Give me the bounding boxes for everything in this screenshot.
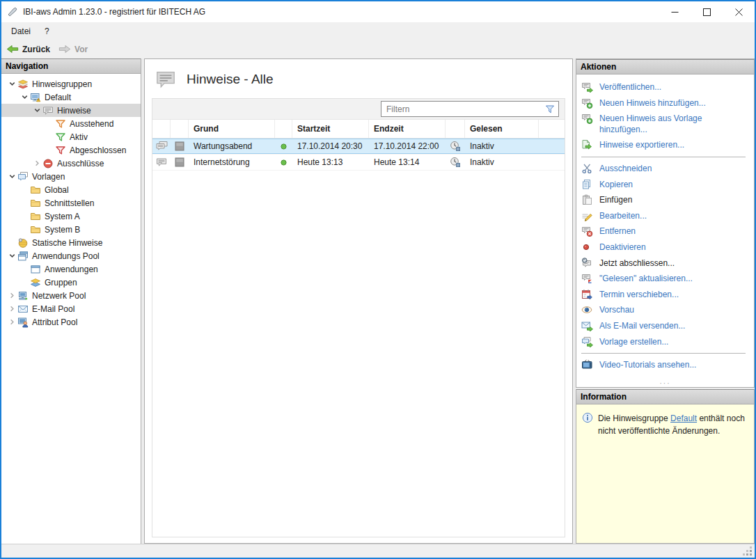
tree-item-label: Ausschlüsse	[57, 159, 104, 168]
sidebar-item-ausschluesse[interactable]: Ausschlüsse	[1, 157, 141, 170]
action-hinweis-aus-vorlage[interactable]: Neuen Hinweis aus Vorlage hinzufügen...	[581, 111, 751, 137]
app-icon	[6, 6, 19, 17]
sidebar-item-netzwerk-pool[interactable]: Netzwerk Pool	[1, 289, 141, 302]
static-package-icon	[17, 237, 29, 249]
column-header-status[interactable]	[275, 120, 292, 138]
default-group-link[interactable]: Default	[670, 414, 697, 423]
cell-grund: Internetstörung	[189, 155, 275, 170]
action-label: Jetzt abschliessen...	[599, 258, 675, 269]
sidebar-item-hinweisgruppen[interactable]: Hinweisgruppen	[1, 77, 141, 90]
chevron-down-icon[interactable]	[7, 171, 17, 182]
send-mail-icon	[581, 320, 593, 331]
action-jetzt-abschliessen[interactable]: Jetzt abschliessen...	[581, 255, 751, 271]
sidebar-item-hinweise[interactable]: Hinweise	[1, 104, 141, 117]
action-einfuegen[interactable]: Einfügen	[581, 192, 751, 208]
add-hint-icon	[581, 97, 593, 109]
monitor-warning-icon	[30, 92, 42, 103]
sidebar-item-abgeschlossen[interactable]: Abgeschlossen	[1, 143, 141, 157]
forward-label: Vor	[74, 44, 88, 54]
sidebar-item-default[interactable]: Default	[1, 90, 141, 104]
action-ausschneiden[interactable]: Ausschneiden	[581, 161, 751, 177]
action-label: Vorlage erstellen...	[599, 336, 668, 348]
column-header-type[interactable]	[152, 120, 171, 138]
tree-item-label: Aktiv	[70, 132, 88, 142]
gray-square-icon	[171, 155, 189, 170]
chevron-right-icon[interactable]	[32, 158, 42, 168]
sidebar-item-system-a[interactable]: System A	[1, 210, 141, 223]
action-veroeffentlichen[interactable]: Veröffentlichen...	[581, 79, 751, 95]
actions-panel: Aktionen Veröffentlichen... Neuen Hinwei…	[576, 58, 755, 388]
back-label: Zurück	[22, 44, 50, 54]
chevron-right-icon[interactable]	[7, 317, 17, 327]
action-label: Kopieren	[599, 179, 633, 191]
column-header-grund[interactable]: Grund	[189, 120, 275, 138]
action-termin-verschieben[interactable]: Termin verschieben...	[581, 287, 751, 303]
chevron-right-icon[interactable]	[7, 304, 17, 314]
column-header-endzeit[interactable]: Endzeit	[369, 120, 446, 138]
calendar-move-icon	[581, 289, 593, 300]
table-row[interactable]: Wartungsabend 17.10.2014 20:30 17.10.201…	[152, 139, 565, 155]
column-header-filler[interactable]	[539, 120, 565, 138]
back-button[interactable]: Zurück	[6, 44, 50, 54]
chevron-down-icon[interactable]	[32, 105, 42, 116]
chevron-placeholder	[19, 184, 30, 195]
action-als-email-versenden[interactable]: Als E-Mail versenden...	[581, 318, 751, 334]
column-header-startzeit[interactable]: Startzeit	[292, 120, 369, 138]
menu-datei[interactable]: Datei	[4, 24, 38, 38]
close-button[interactable]	[723, 1, 755, 22]
chevron-right-icon[interactable]	[7, 290, 17, 301]
filter-input[interactable]	[381, 104, 544, 114]
sidebar-item-schnittstellen[interactable]: Schnittstellen	[1, 196, 141, 210]
chevron-placeholder	[19, 224, 30, 235]
actions-separator	[581, 157, 746, 157]
title-bar[interactable]: IBI-aws Admin 1.23.0 - registriert für I…	[1, 1, 755, 22]
sidebar-item-aktiv[interactable]: Aktiv	[1, 130, 141, 143]
table-row[interactable]: Internetstörung Heute 13:13 Heute 13:14 …	[152, 155, 565, 171]
action-hinweise-exportieren[interactable]: Hinweise exportieren...	[581, 137, 751, 153]
column-header-gelesen-icon[interactable]	[446, 120, 465, 138]
action-vorlage-erstellen[interactable]: Vorlage erstellen...	[581, 334, 751, 350]
forward-arrow-icon	[58, 44, 71, 54]
chevron-placeholder	[19, 264, 30, 274]
panel-splitter-handle[interactable]: ···	[576, 379, 754, 387]
sidebar-item-statische-hinweise[interactable]: Statische Hinweise	[1, 236, 141, 249]
action-label: Entfernen	[599, 226, 636, 237]
action-bearbeiten[interactable]: Bearbeiten...	[581, 208, 751, 224]
sidebar-item-system-b[interactable]: System B	[1, 223, 141, 236]
resize-grip[interactable]	[743, 546, 753, 556]
cell-grund: Wartungsabend	[189, 139, 275, 154]
filter-field[interactable]	[381, 101, 559, 117]
sidebar-item-ausstehend[interactable]: Ausstehend	[1, 117, 141, 130]
maximize-button[interactable]	[691, 1, 723, 22]
clock-history-icon	[446, 139, 465, 154]
chevron-down-icon[interactable]	[7, 251, 17, 261]
double-speech-bubble-icon	[152, 139, 171, 154]
action-entfernen[interactable]: Entfernen	[581, 223, 751, 239]
tree-item-label: Hinweise	[57, 106, 91, 116]
forward-button[interactable]: Vor	[58, 44, 88, 54]
menu-help[interactable]: ?	[38, 24, 56, 38]
sidebar-item-anwendungs-pool[interactable]: Anwendungs Pool	[1, 249, 141, 262]
column-header-gelesen[interactable]: Gelesen	[465, 120, 539, 138]
column-header-box[interactable]	[171, 120, 189, 138]
tree-item-label: Global	[45, 185, 69, 195]
chevron-down-icon[interactable]	[19, 92, 30, 102]
action-gelesen-aktualisieren[interactable]: "Gelesen" aktualisieren...	[581, 271, 751, 287]
tree-item-label: Abgeschlossen	[70, 145, 126, 155]
sidebar-item-anwendungen[interactable]: Anwendungen	[1, 262, 141, 276]
minimize-button[interactable]	[659, 1, 691, 22]
chevron-down-icon[interactable]	[7, 79, 17, 89]
action-deaktivieren[interactable]: Deaktivieren	[581, 239, 751, 255]
sidebar-item-vorlagen[interactable]: Vorlagen	[1, 170, 141, 183]
action-label: Ausschneiden	[599, 163, 652, 175]
action-kopieren[interactable]: Kopieren	[581, 177, 751, 193]
sidebar-item-gruppen[interactable]: Gruppen	[1, 276, 141, 289]
sidebar-item-global[interactable]: Global	[1, 183, 141, 196]
sidebar-item-email-pool[interactable]: E-Mail Pool	[1, 302, 141, 315]
action-neuen-hinweis[interactable]: Neuen Hinweis hinzufügen...	[581, 95, 751, 111]
action-vorschau[interactable]: Vorschau	[581, 302, 751, 318]
sidebar-item-attribut-pool[interactable]: Attribut Pool	[1, 315, 141, 329]
action-video-tutorials[interactable]: Video-Tutorials ansehen...	[581, 357, 751, 373]
table-empty-area	[152, 171, 565, 537]
funnel-icon[interactable]	[544, 104, 556, 115]
